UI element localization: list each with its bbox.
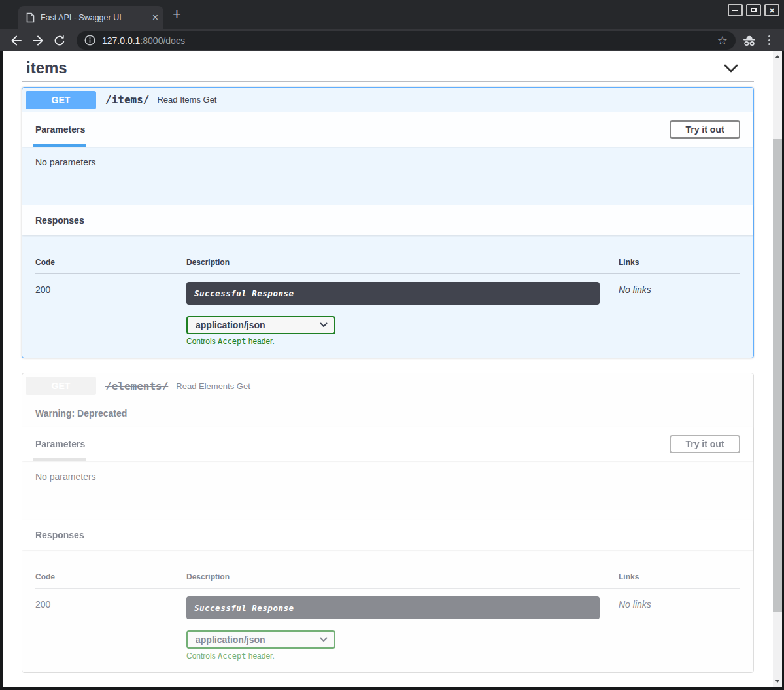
back-icon[interactable] (10, 34, 23, 47)
menu-kebab-icon[interactable] (766, 35, 772, 45)
col-code: Code (35, 572, 186, 581)
swagger-page: items GET /items/ Read Items Get Paramet… (3, 51, 773, 687)
select-chevron-icon (320, 637, 328, 642)
col-code: Code (35, 258, 186, 267)
response-row: 200 Successful Response application/json (35, 274, 740, 346)
browser-toolbar: 127.0.0.1:8000/docs ☆ (0, 29, 784, 51)
opblock-get-elements-deprecated: GET /elements/ Read Elements Get Warning… (22, 373, 754, 673)
response-description-cell: Successful Response application/json Con… (186, 282, 619, 346)
scrollbar-down-icon[interactable] (773, 676, 782, 686)
method-badge: GET (26, 377, 96, 395)
endpoint-summary: Read Items Get (157, 95, 216, 105)
page-favicon-icon (26, 12, 35, 23)
incognito-icon (742, 34, 757, 47)
opblock-summary[interactable]: GET /items/ Read Items Get (22, 88, 753, 112)
scrollbar-thumb[interactable] (773, 139, 782, 612)
responses-title: Responses (35, 215, 84, 226)
no-parameters-message: No parameters (22, 461, 753, 520)
tab-close-icon[interactable]: × (152, 12, 158, 23)
deprecation-warning: Warning: Deprecated (22, 398, 753, 427)
media-type-note: Controls Accept header. (186, 337, 619, 346)
maximize-button[interactable] (746, 4, 761, 16)
opblock-summary[interactable]: GET /elements/ Read Elements Get (22, 373, 753, 398)
window-controls: × (728, 4, 779, 16)
tag-section-title: items (26, 59, 67, 77)
section-divider (22, 81, 754, 82)
media-type-select[interactable]: application/json (186, 630, 335, 649)
parameters-header: Parameters Try it out (22, 112, 753, 147)
opblock-get-items: GET /items/ Read Items Get Parameters Tr… (22, 87, 754, 358)
try-it-out-button[interactable]: Try it out (670, 435, 740, 453)
close-button[interactable]: × (764, 4, 779, 16)
responses-title: Responses (35, 530, 84, 540)
parameters-title: Parameters (35, 124, 85, 135)
col-links: Links (619, 258, 740, 267)
url-path: :8000/docs (140, 35, 185, 46)
no-parameters-message: No parameters (22, 147, 753, 205)
responses-table: Code Description Links 200 Successful Re… (22, 235, 753, 358)
media-type-select[interactable]: application/json (186, 316, 335, 334)
parameters-header: Parameters Try it out (22, 427, 753, 461)
response-description-cell: Successful Response application/json Con… (186, 596, 619, 661)
window-titlebar: Fast API - Swagger UI × + × (0, 0, 784, 29)
browser-window: Fast API - Swagger UI × + × 127.0.0 (0, 0, 784, 690)
col-description: Description (186, 258, 619, 267)
url-host: 127.0.0.1 (102, 35, 140, 46)
bookmark-star-icon[interactable]: ☆ (717, 35, 728, 46)
media-type-note: Controls Accept header. (186, 651, 619, 661)
responses-header: Responses (22, 520, 753, 550)
browser-content: items GET /items/ Read Items Get Paramet… (0, 51, 784, 690)
active-tab-underline (33, 144, 86, 147)
response-links: No links (619, 282, 740, 346)
method-badge: GET (26, 91, 96, 109)
responses-table: Code Description Links 200 Successful Re… (22, 550, 753, 672)
response-code: 200 (35, 596, 186, 661)
tag-section-header[interactable]: items (22, 55, 754, 81)
active-tab-underline (33, 458, 86, 461)
try-it-out-button[interactable]: Try it out (670, 120, 740, 139)
forward-icon[interactable] (31, 34, 44, 47)
new-tab-icon[interactable]: + (173, 7, 181, 22)
col-links: Links (619, 572, 740, 581)
response-description-panel: Successful Response (186, 282, 600, 305)
responses-table-head: Code Description Links (35, 550, 740, 589)
minimize-button[interactable] (728, 4, 743, 16)
response-links: No links (619, 596, 740, 661)
responses-table-head: Code Description Links (35, 235, 740, 274)
tab-title: Fast API - Swagger UI (41, 13, 148, 22)
select-chevron-icon (320, 322, 328, 328)
endpoint-path: /elements/ (105, 380, 168, 392)
endpoint-summary: Read Elements Get (176, 381, 250, 391)
response-row: 200 Successful Response application/json (35, 589, 740, 661)
response-description-panel: Successful Response (186, 596, 600, 619)
browser-tab[interactable]: Fast API - Swagger UI × (18, 6, 163, 29)
reload-icon[interactable] (53, 34, 66, 47)
site-info-icon[interactable] (84, 35, 95, 46)
page-scrollbar[interactable] (773, 51, 782, 687)
parameters-title: Parameters (35, 439, 85, 449)
url-bar[interactable]: 127.0.0.1:8000/docs ☆ (77, 31, 736, 50)
response-code: 200 (35, 282, 186, 346)
endpoint-path: /items/ (105, 94, 149, 106)
responses-header: Responses (22, 205, 753, 235)
chevron-down-icon[interactable] (724, 64, 738, 73)
col-description: Description (186, 572, 619, 581)
scrollbar-up-icon[interactable] (773, 52, 782, 61)
